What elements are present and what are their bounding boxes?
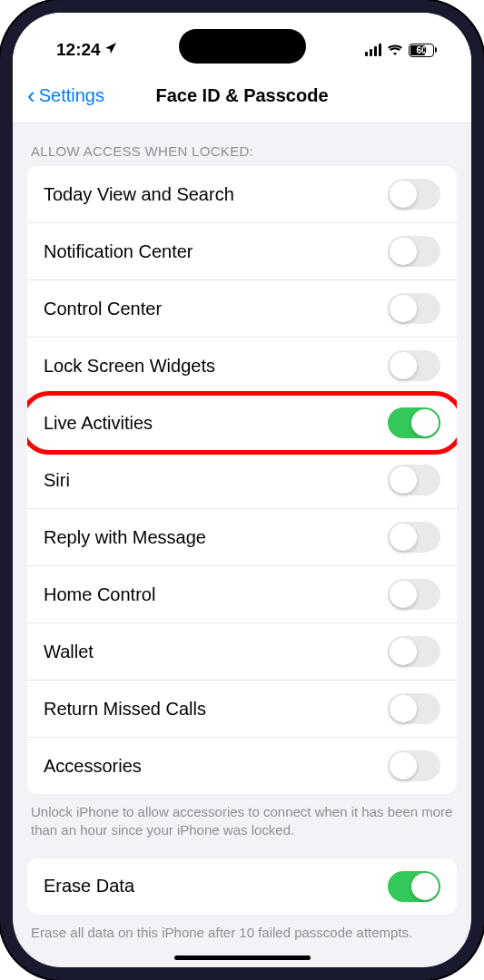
toggle-switch[interactable]	[388, 179, 440, 210]
accessories-footer: Unlock iPhone to allow accessories to co…	[13, 794, 471, 858]
status-indicators: 60	[365, 44, 437, 57]
toggle-knob	[390, 638, 417, 665]
phone-frame: 12:24 60	[0, 0, 484, 980]
row-label: Wallet	[44, 642, 94, 662]
toggle-knob	[390, 466, 417, 494]
erase-data-footer: Erase all data on this iPhone after 10 f…	[13, 915, 471, 960]
toggle-switch[interactable]	[388, 236, 440, 267]
toggle-switch[interactable]	[388, 871, 440, 902]
toggle-switch[interactable]	[388, 350, 440, 381]
status-time-group: 12:24	[56, 40, 117, 60]
toggle-knob	[390, 752, 417, 779]
toggle-switch[interactable]	[388, 465, 440, 495]
settings-row: Today View and Search	[27, 166, 457, 223]
toggle-switch[interactable]	[388, 750, 440, 781]
row-label: Live Activities	[44, 413, 153, 434]
settings-row: Wallet	[27, 623, 457, 681]
settings-row: Accessories	[27, 738, 457, 794]
row-label: Lock Screen Widgets	[44, 356, 215, 377]
row-label: Erase Data	[44, 876, 134, 897]
battery-percent: 60	[416, 45, 426, 55]
phone-screen: 12:24 60	[13, 13, 471, 967]
toggle-switch[interactable]	[388, 579, 440, 610]
back-label: Settings	[39, 85, 104, 106]
chevron-left-icon: ‹	[27, 82, 35, 110]
toggle-switch[interactable]	[388, 693, 440, 724]
row-label: Notification Center	[44, 241, 193, 262]
cellular-signal-icon	[365, 44, 381, 56]
toggle-knob	[390, 181, 417, 208]
row-label: Siri	[44, 470, 70, 491]
toggle-switch[interactable]	[388, 407, 440, 438]
content-scroll[interactable]: ALLOW ACCESS WHEN LOCKED: Today View and…	[13, 123, 471, 967]
settings-row: Home Control	[27, 566, 457, 623]
settings-row: Lock Screen Widgets	[27, 338, 457, 395]
row-label: Control Center	[44, 299, 162, 319]
settings-row: Notification Center	[27, 223, 457, 280]
status-time: 12:24	[56, 40, 101, 60]
toggle-knob	[390, 295, 417, 322]
home-indicator[interactable]	[174, 956, 311, 960]
back-button[interactable]: ‹ Settings	[27, 82, 104, 110]
row-label: Accessories	[44, 756, 142, 777]
toggle-knob	[390, 524, 417, 551]
settings-row: Live Activities	[27, 395, 457, 452]
row-label: Reply with Message	[44, 527, 206, 548]
toggle-knob	[411, 873, 439, 900]
settings-row: Return Missed Calls	[27, 681, 457, 738]
toggle-switch[interactable]	[388, 522, 440, 553]
settings-row: Reply with Message	[27, 509, 457, 566]
location-icon	[104, 42, 117, 58]
toggle-knob	[390, 695, 417, 722]
settings-row: Siri	[27, 452, 457, 509]
toggle-knob	[390, 238, 417, 265]
toggle-knob	[390, 581, 417, 608]
row-label: Today View and Search	[44, 184, 234, 205]
navigation-bar: ‹ Settings Face ID & Passcode	[13, 69, 471, 123]
wifi-icon	[387, 44, 403, 56]
toggle-switch[interactable]	[388, 636, 440, 667]
row-label: Return Missed Calls	[44, 699, 206, 720]
page-title: Face ID & Passcode	[155, 85, 328, 106]
toggle-switch[interactable]	[388, 293, 440, 324]
allow-access-group: Today View and SearchNotification Center…	[27, 166, 457, 794]
toggle-knob	[411, 409, 439, 436]
battery-indicator: 60	[409, 44, 437, 57]
erase-data-group: Erase Data	[27, 858, 457, 915]
section-header-allow-access: ALLOW ACCESS WHEN LOCKED:	[13, 123, 471, 166]
toggle-knob	[390, 352, 417, 379]
dynamic-island	[179, 29, 306, 64]
settings-row: Control Center	[27, 280, 457, 338]
row-label: Home Control	[44, 584, 155, 605]
settings-row: Erase Data	[27, 858, 457, 915]
